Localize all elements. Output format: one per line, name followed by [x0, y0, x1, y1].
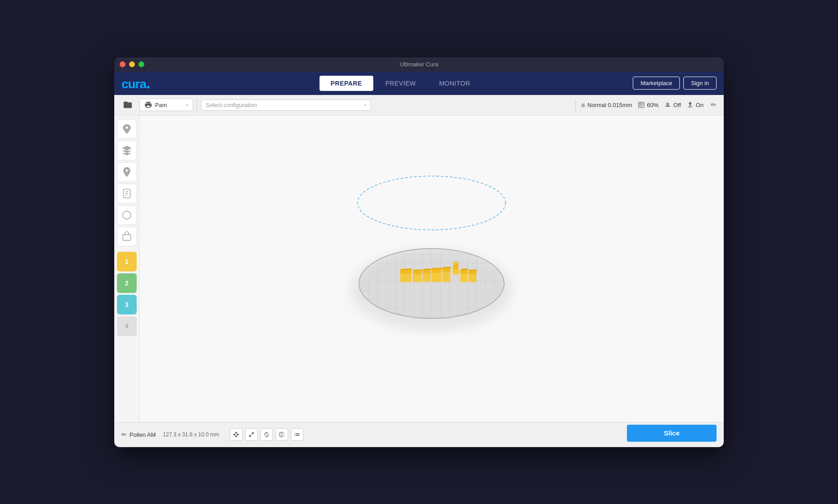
- svg-rect-40: [423, 272, 431, 282]
- layer-height-label: Normal 0.015mm: [587, 102, 632, 108]
- printer-tool-6[interactable]: [117, 227, 137, 246]
- rotate-icon: [263, 431, 270, 438]
- config-selector[interactable]: Select configuration ‹: [201, 99, 371, 111]
- svg-marker-45: [432, 267, 443, 269]
- printer-icon: [144, 101, 152, 109]
- printer-name: Pam: [155, 102, 167, 108]
- material-3-label: 3: [125, 301, 129, 308]
- material-3[interactable]: 3: [117, 295, 137, 314]
- material-section: 1 2 3 4: [117, 252, 136, 336]
- printer-tool-4[interactable]: [117, 184, 137, 203]
- svg-rect-47: [442, 268, 450, 271]
- material-4[interactable]: 4: [117, 316, 137, 336]
- printer-tool-5[interactable]: [117, 205, 137, 225]
- logo-text: cura: [121, 77, 146, 91]
- signin-button[interactable]: Sign in: [683, 77, 717, 90]
- layer-height-setting[interactable]: ≡ Normal 0.015mm: [581, 101, 632, 109]
- svg-rect-44: [432, 269, 441, 272]
- material-2[interactable]: 2: [117, 273, 137, 293]
- app-window: Ultimaker Cura cura. PREPARE PREVIEW MON…: [114, 57, 724, 447]
- adhesion-setting[interactable]: On: [687, 101, 704, 108]
- printer-tool-1[interactable]: [117, 119, 137, 139]
- tab-preview[interactable]: PREVIEW: [374, 76, 427, 91]
- svg-rect-35: [400, 270, 411, 273]
- header-actions: Marketplace Sign in: [633, 77, 717, 90]
- svg-marker-48: [442, 267, 452, 268]
- object-info: ✏ Pollen AM: [121, 431, 156, 438]
- object-name-label: Pollen AM: [130, 431, 156, 438]
- printer-chevron-icon: ‹: [186, 102, 188, 108]
- svg-rect-1: [666, 103, 669, 106]
- toolbar: Pam ‹ Select configuration ‹ ≡ Normal 0.…: [114, 95, 724, 116]
- rotate-tool-button[interactable]: [260, 428, 273, 441]
- transform-tools: [230, 428, 303, 441]
- maximize-button[interactable]: [138, 61, 144, 67]
- app-header: cura. PREPARE PREVIEW MONITOR Marketplac…: [114, 72, 724, 95]
- settings-edit-button[interactable]: ✏: [709, 99, 718, 111]
- arrange-tool-button[interactable]: [291, 428, 303, 441]
- toolbar-right: ≡ Normal 0.015mm 60% Off On ✏: [575, 99, 718, 111]
- logo-dot: .: [146, 74, 150, 91]
- support-setting[interactable]: Off: [664, 101, 681, 108]
- svg-rect-6: [123, 234, 130, 240]
- mirror-tool-button[interactable]: [276, 428, 288, 441]
- printer-tool-2[interactable]: [117, 141, 137, 160]
- svg-marker-42: [423, 268, 432, 270]
- toolbar-divider-1: [197, 99, 197, 111]
- svg-marker-55: [460, 268, 469, 270]
- open-folder-button[interactable]: [120, 97, 136, 113]
- scale-tool-button[interactable]: [245, 428, 258, 441]
- printer-tools-section: [117, 119, 136, 246]
- window-title: Ultimaker Cura: [400, 61, 439, 68]
- svg-point-51: [453, 261, 458, 265]
- svg-marker-39: [413, 269, 423, 271]
- support-icon: [664, 101, 671, 108]
- adhesion-label: On: [696, 102, 704, 108]
- mirror-icon: [279, 431, 285, 438]
- 3d-viewport[interactable]: [139, 116, 724, 422]
- app-logo: cura.: [121, 74, 150, 92]
- tab-prepare[interactable]: PREPARE: [320, 76, 373, 91]
- svg-rect-57: [468, 271, 476, 274]
- sidebar: 1 2 3 4: [114, 116, 139, 422]
- bottom-bar: ✏ Pollen AM 127.3 x 31.6 x 10.0 mm Slice: [114, 422, 724, 447]
- infill-label: 60%: [647, 102, 659, 108]
- material-4-label: 4: [125, 323, 129, 330]
- tab-monitor[interactable]: MONITOR: [428, 76, 481, 91]
- printer-tool-3[interactable]: [117, 162, 137, 182]
- 3d-model: [396, 254, 485, 292]
- window-controls: [120, 61, 144, 67]
- model-svg: [396, 254, 485, 290]
- material-1[interactable]: 1: [117, 252, 137, 271]
- scale-icon: [248, 431, 255, 438]
- toolbar-divider-2: [575, 99, 576, 111]
- svg-rect-46: [442, 270, 450, 282]
- marketplace-button[interactable]: Marketplace: [633, 77, 680, 90]
- object-dimensions: 127.3 x 31.6 x 10.0 mm: [163, 431, 219, 438]
- infill-icon: [638, 101, 645, 108]
- svg-rect-54: [460, 270, 467, 273]
- print-bed-area: [355, 245, 508, 323]
- printer-selector[interactable]: Pam ‹: [139, 99, 193, 111]
- minimize-button[interactable]: [129, 61, 135, 67]
- move-tool-button[interactable]: [230, 428, 242, 441]
- svg-point-7: [358, 176, 505, 230]
- infill-setting[interactable]: 60%: [638, 101, 659, 108]
- close-button[interactable]: [120, 61, 125, 67]
- svg-rect-38: [413, 271, 422, 274]
- svg-rect-41: [423, 270, 431, 273]
- edit-pen-icon: ✏: [121, 431, 127, 438]
- title-bar: Ultimaker Cura: [114, 57, 724, 72]
- support-label: Off: [674, 102, 681, 108]
- main-area: 1 2 3 4: [114, 116, 724, 422]
- svg-marker-36: [400, 268, 413, 270]
- svg-marker-58: [468, 269, 478, 271]
- svg-rect-53: [460, 272, 467, 282]
- move-icon: [233, 431, 239, 438]
- material-2-label: 2: [125, 280, 129, 287]
- selection-ellipse: [355, 174, 508, 232]
- arrange-icon: [294, 431, 300, 438]
- slice-button[interactable]: Slice: [627, 425, 717, 442]
- svg-rect-34: [400, 272, 411, 282]
- layers-icon: ≡: [581, 101, 585, 109]
